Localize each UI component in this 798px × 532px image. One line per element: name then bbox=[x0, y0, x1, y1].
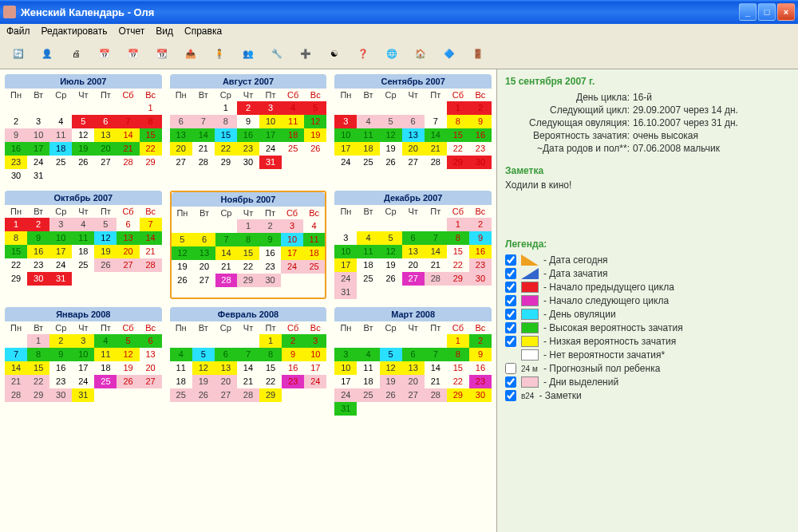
calendar-day[interactable]: 18 bbox=[94, 361, 117, 375]
calendar-day[interactable]: 16 bbox=[469, 245, 492, 258]
calendar-day[interactable]: 27 bbox=[94, 156, 117, 169]
calendar-day[interactable]: 1 bbox=[447, 218, 469, 231]
calendar-day[interactable]: 13 bbox=[140, 348, 162, 361]
calendar-day[interactable]: 16 bbox=[259, 246, 282, 260]
calendar-day[interactable]: 3 bbox=[281, 219, 303, 233]
user-button[interactable]: 👤 bbox=[35, 41, 59, 65]
calendar-day[interactable]: 25 bbox=[357, 272, 379, 286]
menu-report[interactable]: Отчет bbox=[118, 26, 144, 37]
calendar-day[interactable]: 29 bbox=[215, 156, 237, 169]
refresh-button[interactable]: 🔄 bbox=[6, 41, 30, 65]
calendar-day[interactable]: 11 bbox=[282, 115, 304, 128]
calendar-day[interactable]: 17 bbox=[259, 128, 282, 142]
calendar-day[interactable]: 6 bbox=[117, 218, 139, 231]
calendar-day[interactable]: 26 bbox=[380, 156, 402, 169]
calendar-day[interactable]: 14 bbox=[5, 361, 27, 375]
calendar-day[interactable]: 14 bbox=[192, 128, 215, 142]
calendar-day[interactable]: 12 bbox=[380, 361, 402, 375]
calendar-day[interactable]: 16 bbox=[49, 361, 72, 375]
calendar-day[interactable]: 19 bbox=[380, 258, 402, 272]
calendar-day[interactable]: 5 bbox=[192, 348, 215, 361]
calendar-day[interactable]: 28 bbox=[425, 156, 447, 169]
calendar-day[interactable]: 29 bbox=[140, 156, 162, 169]
calendar-day[interactable]: 16 bbox=[5, 142, 27, 156]
calendar-day[interactable]: 11 bbox=[357, 128, 379, 142]
calendar-day[interactable]: 3 bbox=[334, 348, 357, 361]
calendar-day[interactable]: 26 bbox=[172, 274, 194, 287]
calendar-day[interactable]: 11 bbox=[49, 128, 72, 142]
calendar-day[interactable]: 9 bbox=[469, 348, 492, 361]
month-title[interactable]: Октябрь 2007 bbox=[5, 191, 162, 205]
calendar-day[interactable]: 8 bbox=[447, 348, 469, 361]
calendar-day[interactable]: 23 bbox=[282, 375, 304, 388]
calendar-day[interactable]: 31 bbox=[259, 156, 282, 169]
calendar-day[interactable]: 26 bbox=[117, 375, 139, 388]
calendar-day[interactable]: 10 bbox=[334, 245, 357, 258]
calendar-day[interactable]: 30 bbox=[469, 272, 492, 286]
calendar-day[interactable]: 15 bbox=[447, 361, 469, 375]
calendar-day[interactable]: 5 bbox=[380, 231, 402, 245]
calendar-day[interactable]: 24 bbox=[304, 375, 326, 388]
calendar-day[interactable]: 31 bbox=[72, 388, 94, 402]
calendar-day[interactable]: 30 bbox=[5, 169, 27, 183]
calendar-day[interactable]: 30 bbox=[49, 388, 72, 402]
calendar-day[interactable]: 16 bbox=[469, 361, 492, 375]
calendar-day[interactable]: 27 bbox=[402, 388, 425, 402]
calendar-day[interactable]: 14 bbox=[237, 361, 259, 375]
calendar-day[interactable]: 22 bbox=[237, 260, 259, 274]
calendar-day[interactable]: 26 bbox=[380, 388, 402, 402]
calendar-day[interactable]: 30 bbox=[259, 274, 282, 287]
globe-button[interactable]: 🌐 bbox=[380, 41, 404, 65]
maximize-button[interactable]: □ bbox=[758, 3, 776, 21]
calendar-day[interactable]: 13 bbox=[94, 128, 117, 142]
calendar-day[interactable]: 23 bbox=[469, 375, 492, 388]
calendar-day[interactable]: 11 bbox=[357, 245, 379, 258]
calendar-day[interactable]: 5 bbox=[380, 348, 402, 361]
calendar-day[interactable]: 28 bbox=[5, 388, 27, 402]
calendar-day[interactable]: 3 bbox=[334, 115, 357, 128]
calendar-day[interactable]: 23 bbox=[49, 375, 72, 388]
calendar-day[interactable]: 17 bbox=[27, 142, 49, 156]
calendar-day[interactable]: 2 bbox=[469, 101, 492, 115]
calendar-day[interactable]: 25 bbox=[282, 142, 304, 156]
calendar-day[interactable]: 28 bbox=[425, 272, 447, 286]
cal-export-button[interactable]: 📤 bbox=[179, 41, 203, 65]
close-button[interactable]: × bbox=[777, 3, 795, 21]
calendar-day[interactable]: 28 bbox=[215, 274, 238, 287]
calendar-day[interactable]: 6 bbox=[193, 233, 215, 246]
calendar-day[interactable]: 9 bbox=[469, 115, 492, 128]
calendar-day[interactable]: 10 bbox=[49, 231, 72, 245]
calendar-day[interactable]: 10 bbox=[281, 233, 303, 246]
calendar-day[interactable]: 13 bbox=[402, 128, 425, 142]
calendar-day[interactable]: 15 bbox=[27, 361, 49, 375]
calendar-day[interactable]: 18 bbox=[357, 142, 379, 156]
legend-checkbox[interactable] bbox=[505, 268, 516, 279]
calendar-day[interactable]: 4 bbox=[303, 219, 326, 233]
calendar-day[interactable]: 21 bbox=[425, 375, 447, 388]
calendar-day[interactable]: 4 bbox=[49, 115, 72, 128]
calendar-day[interactable]: 8 bbox=[27, 348, 49, 361]
calendar-day[interactable]: 2 bbox=[469, 334, 492, 348]
calendar-day[interactable]: 12 bbox=[172, 246, 194, 260]
calendar-day[interactable]: 18 bbox=[303, 246, 326, 260]
calendar-day[interactable]: 21 bbox=[425, 258, 447, 272]
calendar-day[interactable]: 15 bbox=[447, 245, 469, 258]
calendar-day[interactable]: 14 bbox=[140, 231, 162, 245]
calendar-day[interactable]: 24 bbox=[334, 388, 357, 402]
calendar-day[interactable]: 21 bbox=[237, 375, 259, 388]
calendar-day[interactable]: 11 bbox=[357, 361, 379, 375]
month-title[interactable]: Август 2007 bbox=[170, 74, 327, 89]
person-button[interactable]: 🧍 bbox=[207, 41, 231, 65]
calendar-day[interactable]: 14 bbox=[425, 361, 447, 375]
calendar-day[interactable]: 7 bbox=[117, 115, 139, 128]
calendar-day[interactable]: 5 bbox=[94, 218, 117, 231]
legend-checkbox[interactable] bbox=[505, 309, 516, 320]
calendar-day[interactable]: 7 bbox=[215, 233, 238, 246]
calendar-day[interactable]: 28 bbox=[192, 156, 215, 169]
calendar-day[interactable]: 20 bbox=[94, 142, 117, 156]
calendar-day[interactable]: 19 bbox=[192, 375, 215, 388]
calendar-day[interactable]: 25 bbox=[357, 388, 379, 402]
calendar-day[interactable]: 13 bbox=[402, 245, 425, 258]
calendar-day[interactable]: 15 bbox=[259, 361, 282, 375]
calendar-day[interactable]: 5 bbox=[172, 233, 194, 246]
